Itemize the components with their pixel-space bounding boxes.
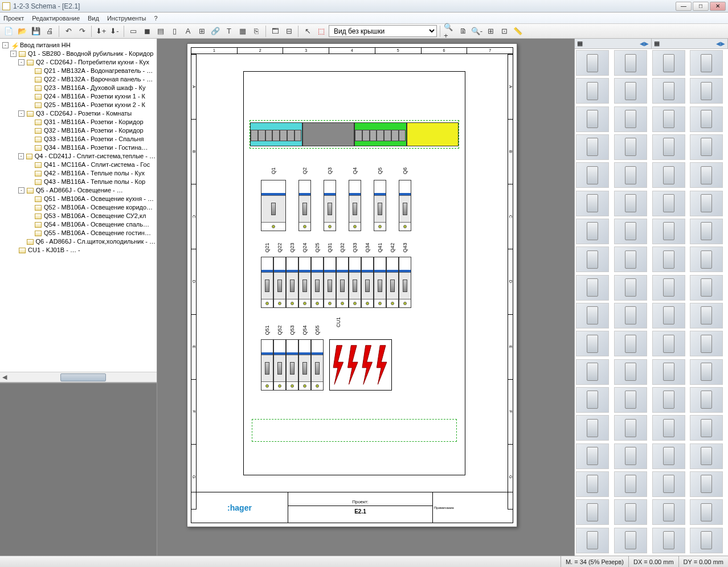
tree-node[interactable]: Q55 - MB106A - Освещение гостин…	[1, 229, 156, 237]
catalog-item[interactable]	[614, 78, 647, 104]
redo-button[interactable]: ↷	[76, 25, 88, 38]
tool-10[interactable]: 🗔	[269, 25, 281, 38]
device-Q52[interactable]: Q52	[273, 339, 286, 391]
catalog-item[interactable]	[576, 246, 609, 272]
catalog-item[interactable]	[690, 415, 723, 441]
empty-rail[interactable]	[252, 419, 457, 442]
tree-node[interactable]: Q25 - MB116A - Розетки кухни 2 - К	[1, 101, 156, 109]
print-button[interactable]: 🖨	[43, 25, 56, 38]
tree-node[interactable]: Q54 - MB106A - Освещение спаль…	[1, 220, 156, 229]
tree-node[interactable]: Q51 - MB106A - Освещение кухня - …	[1, 195, 156, 203]
tree-node[interactable]: Q43 - MB116A - Теплые полы - Кор	[1, 178, 156, 186]
device-Q31[interactable]: Q31	[324, 257, 336, 308]
view-mode-select[interactable]: Вид без крышки	[329, 25, 437, 37]
catalog-item[interactable]	[614, 162, 647, 188]
toggle-icon[interactable]: -	[18, 187, 24, 194]
device-Q3[interactable]: Q3	[324, 180, 336, 231]
catalog-item[interactable]	[652, 162, 685, 188]
tool-4[interactable]: ▯	[168, 25, 181, 38]
catalog-item[interactable]	[614, 275, 647, 301]
catalog-item[interactable]	[614, 415, 647, 441]
catalog-item[interactable]	[614, 387, 647, 413]
catalog-item[interactable]	[690, 359, 723, 385]
zoom-in-button[interactable]: 🔍+	[443, 25, 456, 38]
catalog-item[interactable]	[690, 162, 723, 188]
tree-node[interactable]: -Q3 - CD264J - Розетки - Комнаты	[1, 109, 156, 118]
remove-device-button[interactable]: ⬇-	[108, 25, 121, 38]
catalog-item[interactable]	[690, 134, 723, 160]
catalog-item[interactable]	[690, 331, 723, 356]
catalog-item[interactable]	[652, 499, 685, 525]
catalog-item[interactable]	[652, 415, 685, 441]
device-Q55[interactable]: Q55	[311, 339, 324, 391]
tree-node[interactable]: Q31 - MB116A - Розетки - Коридор	[1, 118, 156, 126]
text-tool[interactable]: A	[182, 25, 194, 38]
cu-unit[interactable]: CU1	[329, 339, 392, 391]
catalog-item[interactable]	[614, 106, 647, 132]
menu-help[interactable]: ?	[154, 15, 158, 22]
catalog-item[interactable]	[576, 471, 609, 497]
tree-node[interactable]: -Q5 - AD866J - Освещение - …	[1, 186, 156, 195]
device-Q53[interactable]: Q53	[286, 339, 298, 391]
catalog-grid[interactable]	[575, 49, 728, 556]
catalog-item[interactable]	[576, 162, 609, 188]
catalog-item[interactable]	[690, 246, 723, 272]
catalog-item[interactable]	[652, 246, 685, 272]
catalog-item[interactable]	[614, 443, 647, 469]
menu-tools[interactable]: Инструменты	[107, 15, 146, 22]
cat-col-1[interactable]: ▦ ◀▶	[575, 39, 652, 48]
catalog-item[interactable]	[614, 50, 647, 76]
tool-9[interactable]: ⎘	[250, 25, 263, 38]
device-Q32[interactable]: Q32	[336, 257, 349, 308]
device-Q23[interactable]: Q23	[286, 257, 298, 308]
grid-button[interactable]: ⊞	[484, 25, 497, 38]
catalog-item[interactable]	[614, 359, 647, 385]
tree-view[interactable]: - ⚡ Ввод питания НН -Q1 - SB280 - Вводно…	[0, 39, 157, 372]
catalog-item[interactable]	[614, 303, 647, 328]
catalog-item[interactable]	[690, 78, 723, 104]
maximize-button[interactable]: □	[693, 2, 709, 11]
device-Q34[interactable]: Q34	[361, 257, 374, 308]
catalog-item[interactable]	[576, 443, 609, 469]
catalog-item[interactable]	[576, 134, 609, 160]
canvas-area[interactable]: 1234567 ABCDEFG ABCDEFG Q1Q2Q3Q4Q5Q6 Q21…	[157, 39, 574, 556]
catalog-item[interactable]	[652, 471, 685, 497]
catalog-item[interactable]	[576, 331, 609, 356]
device-Q24[interactable]: Q24	[298, 257, 311, 308]
catalog-item[interactable]	[576, 303, 609, 328]
catalog-item[interactable]	[652, 106, 685, 132]
catalog-item[interactable]	[614, 134, 647, 160]
device-Q42[interactable]: Q42	[386, 257, 399, 308]
catalog-item[interactable]	[652, 528, 685, 553]
toggle-icon[interactable]: -	[18, 153, 24, 159]
tree-node[interactable]: -Q2 - CD264J - Потребители кухни - Кух	[1, 58, 156, 67]
tool-6[interactable]: 🔗	[209, 25, 222, 38]
device-Q2[interactable]: Q2	[298, 180, 311, 231]
device-Q1[interactable]: Q1	[261, 180, 286, 231]
tree-node[interactable]: Q33 - MB116A - Розетки - Спальня	[1, 135, 156, 143]
tree-node[interactable]: Q42 - MB116A - Теплые полы - Кух	[1, 169, 156, 178]
tree-node[interactable]: Q52 - MB106A - Освещение коридо…	[1, 203, 156, 212]
zoom-fit-button[interactable]: 🗎	[457, 25, 469, 38]
catalog-item[interactable]	[652, 50, 685, 76]
pointer-tool[interactable]: ↖	[301, 25, 314, 38]
catalog-item[interactable]	[652, 387, 685, 413]
device-Q25[interactable]: Q25	[311, 257, 324, 308]
toggle-icon[interactable]: -	[18, 59, 24, 65]
menu-view[interactable]: Вид	[88, 15, 99, 22]
new-button[interactable]: 📄	[2, 25, 15, 38]
ruler-button[interactable]: 📏	[512, 25, 524, 38]
tree-node[interactable]: Q24 - MB116A - Розетки кухни 1 - К	[1, 92, 156, 101]
tree-node[interactable]: Q34 - MB116A - Розетки - Гостина…	[1, 143, 156, 152]
tree-node[interactable]: Q21 - MB132A - Водонагреватель - …	[1, 67, 156, 75]
tree-node[interactable]: -Q4 - CD241J - Сплит-система,теплые - …	[1, 152, 156, 161]
tree-node[interactable]: CU1 - KJ01B - … -	[1, 246, 156, 254]
catalog-item[interactable]	[576, 50, 609, 76]
scroll-thumb[interactable]	[60, 373, 106, 381]
collapse-icon[interactable]: -	[2, 42, 9, 48]
tool-8[interactable]: ▦	[236, 25, 249, 38]
catalog-item[interactable]	[690, 499, 723, 525]
catalog-item[interactable]	[614, 471, 647, 497]
catalog-item[interactable]	[652, 443, 685, 469]
catalog-item[interactable]	[576, 219, 609, 244]
